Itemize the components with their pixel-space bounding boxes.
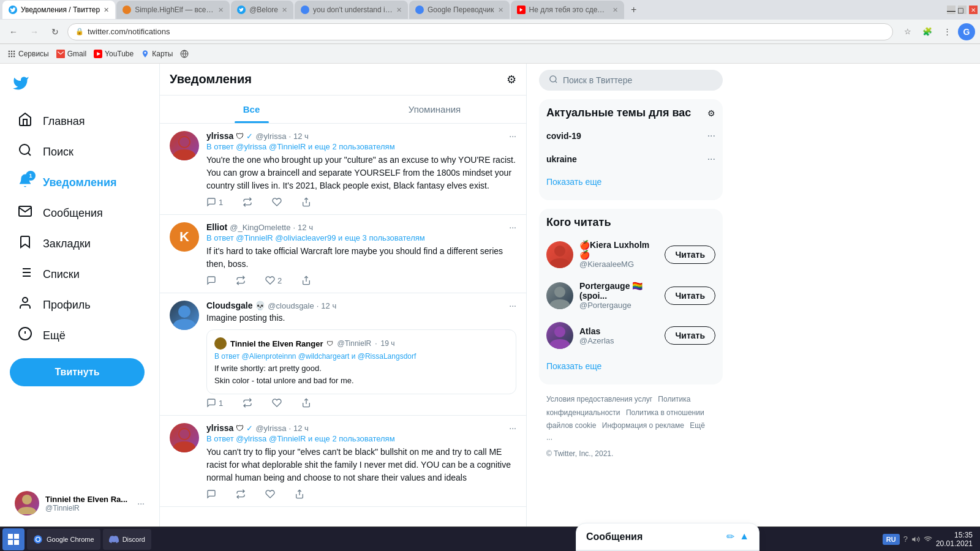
account-button[interactable]: G	[958, 23, 975, 40]
address-bar[interactable]: 🔒 twitter.com/notifications	[67, 23, 893, 40]
sidebar-item-more[interactable]: Ещё	[10, 320, 149, 351]
tweet-item-3[interactable]: Cloudsgale 💀 @cloudsgale · 12 ч ··· Imag…	[160, 293, 526, 416]
sidebar-item-search[interactable]: Поиск	[10, 137, 149, 167]
like-action-4[interactable]	[265, 489, 275, 499]
tab-close-5[interactable]: ✕	[498, 6, 503, 14]
retweet-action-3[interactable]	[243, 398, 252, 408]
svg-rect-42	[8, 534, 13, 539]
tweet-more-1[interactable]: ···	[509, 131, 516, 141]
menu-button[interactable]: ⋮	[938, 23, 956, 40]
notifications-settings-icon[interactable]: ⚙	[507, 73, 516, 86]
tab-close-3[interactable]: ✕	[282, 6, 287, 14]
trending-item-covid[interactable]: covid-19 ···	[539, 124, 723, 148]
tweet-item-4[interactable]: ylrissa 🛡 ✓ @ylrissa · 12 ч ··· В ответ …	[160, 416, 526, 507]
tab-close-1[interactable]: ✕	[104, 6, 109, 14]
show-more-follow[interactable]: Показать еще	[539, 355, 723, 377]
share-action-4[interactable]	[295, 489, 304, 499]
follow-item-atlas[interactable]: Atlas @Azerlas Читать	[539, 316, 723, 355]
bookmark-globe[interactable]	[180, 50, 189, 58]
tab-highelf[interactable]: Simple.HighElf — все посты по... ✕	[116, 1, 230, 19]
retweet-action-2[interactable]	[236, 276, 246, 285]
tab-google-translate[interactable]: Google Переводчик ✕	[409, 1, 510, 19]
like-action-2[interactable]: 2	[265, 276, 282, 285]
trending-settings-icon[interactable]: ⚙	[707, 108, 715, 118]
svg-point-13	[145, 51, 146, 53]
tab-mentions[interactable]: Упоминания	[343, 96, 526, 123]
sidebar-item-lists[interactable]: Списки	[10, 259, 149, 290]
reply-action-1[interactable]: 1	[206, 197, 223, 207]
show-more-trending[interactable]: Показать еще	[539, 171, 723, 193]
star-button[interactable]: ☆	[899, 23, 916, 40]
sidebar-item-profile[interactable]: Профиль	[10, 290, 149, 320]
search-input[interactable]	[563, 75, 713, 85]
follow-item-kiera[interactable]: 🍎Kiera Luxholm🍎 @KieraaleeMG Читать	[539, 234, 723, 275]
taskbar-chrome[interactable]: Google Chrome	[27, 529, 100, 550]
footer-link-ads[interactable]: Информация о рекламе	[602, 421, 684, 430]
like-action-1[interactable]	[272, 197, 282, 207]
reply-action-4[interactable]	[206, 489, 216, 499]
twitter-logo[interactable]	[12, 75, 149, 96]
tab-youtube[interactable]: Не для тебя это сделано - You... ✕	[511, 1, 624, 19]
taskbar-discord[interactable]: Discord	[103, 529, 151, 550]
bookmark-maps[interactable]: Карты	[141, 50, 173, 58]
tab-close-2[interactable]: ✕	[218, 6, 224, 14]
search-box[interactable]	[539, 70, 723, 91]
tab-twitter-notifications[interactable]: Уведомления / Твиттер ✕	[2, 1, 115, 19]
tweet-more-4[interactable]: ···	[509, 423, 516, 433]
reply-action-2[interactable]	[206, 276, 216, 285]
tweet-item-2[interactable]: K Elliot @_KingOmelette · 12 ч ··· В отв…	[160, 215, 526, 293]
close-button[interactable]: ✕	[969, 6, 978, 14]
bookmark-gmail[interactable]: Gmail	[56, 50, 86, 58]
tab-belore[interactable]: @Belore ✕	[231, 1, 293, 19]
tab-close-4[interactable]: ✕	[396, 6, 402, 14]
navigation-bar: ← → ↻ 🔒 twitter.com/notifications ☆ 🧩 ⋮ …	[0, 20, 980, 44]
new-tab-button[interactable]: +	[625, 1, 643, 18]
sidebar-item-bookmarks[interactable]: Закладки	[10, 228, 149, 259]
minimize-button[interactable]: —	[947, 6, 956, 14]
like-action-3[interactable]	[272, 398, 282, 408]
extensions-button[interactable]: 🧩	[919, 23, 936, 40]
trending-title: Актуальные темы для вас	[546, 107, 691, 119]
start-button[interactable]	[2, 528, 24, 550]
reload-button[interactable]: ↻	[47, 23, 64, 40]
retweet-action-4[interactable]	[236, 489, 246, 499]
follow-button-atlas[interactable]: Читать	[665, 326, 715, 345]
back-button[interactable]: ←	[5, 23, 22, 40]
tab-close-6[interactable]: ✕	[612, 6, 618, 14]
trending-more-covid[interactable]: ···	[707, 130, 715, 141]
tweet-more-3[interactable]: ···	[509, 301, 516, 310]
sidebar-profile[interactable]: Tinniel the Elven Ra... @TinnielR ···	[10, 485, 149, 522]
share-action-2[interactable]	[301, 276, 311, 285]
follow-item-porter[interactable]: Portergauge 🏳️‍🌈 (spoi... @Portergauge Ч…	[539, 275, 723, 316]
sidebar-item-home[interactable]: Главная	[10, 106, 149, 137]
restore-button[interactable]: □	[958, 6, 967, 14]
tab-all[interactable]: Все	[160, 96, 343, 123]
footer-link-terms[interactable]: Условия предоставления услуг	[546, 395, 652, 403]
messages-collapse-icon[interactable]: ▲	[739, 531, 749, 542]
messages-compose-icon[interactable]: ✏	[726, 531, 734, 542]
bookmark-services[interactable]: Сервисы	[7, 50, 49, 58]
messages-header[interactable]: Сообщения ✏ ▲	[576, 523, 759, 550]
tweet-item[interactable]: ylrissa 🛡 ✓ @ylrissa · 12 ч ··· В ответ …	[160, 124, 526, 215]
trending-more-ukraine[interactable]: ···	[707, 154, 715, 165]
retweet-action-1[interactable]	[243, 197, 252, 207]
share-action-3[interactable]	[301, 398, 311, 408]
lang-indicator: RU	[883, 534, 900, 545]
share-action-1[interactable]	[301, 197, 311, 207]
reply-action-3[interactable]: 1	[206, 398, 223, 408]
trending-item-ukraine[interactable]: ukraine ···	[539, 148, 723, 171]
follow-button-porter[interactable]: Читать	[665, 287, 715, 305]
quoted-tweet-3[interactable]: Tinniel the Elven Ranger 🛡 @TinnielR · 1…	[206, 329, 516, 394]
tweet-time-2-val: 12 ч	[298, 223, 313, 232]
forward-button[interactable]: →	[26, 23, 43, 40]
tweet-button[interactable]: Твитнуть	[10, 358, 145, 386]
tweet-time-3-val: 12 ч	[321, 301, 336, 310]
follow-button-kiera[interactable]: Читать	[665, 246, 715, 264]
bookmark-youtube[interactable]: YouTube	[94, 50, 134, 58]
tweet-more-2[interactable]: ···	[509, 222, 516, 232]
tweet-body-1: ylrissa 🛡 ✓ @ylrissa · 12 ч ··· В ответ …	[206, 131, 516, 207]
tab-google-search[interactable]: you don't understand it's differ... ✕	[295, 1, 408, 19]
follow-info-kiera: 🍎Kiera Luxholm🍎 @KieraaleeMG	[579, 240, 658, 269]
sidebar-item-notifications[interactable]: 1 Уведомления	[10, 167, 149, 198]
sidebar-item-messages[interactable]: Сообщения	[10, 198, 149, 228]
